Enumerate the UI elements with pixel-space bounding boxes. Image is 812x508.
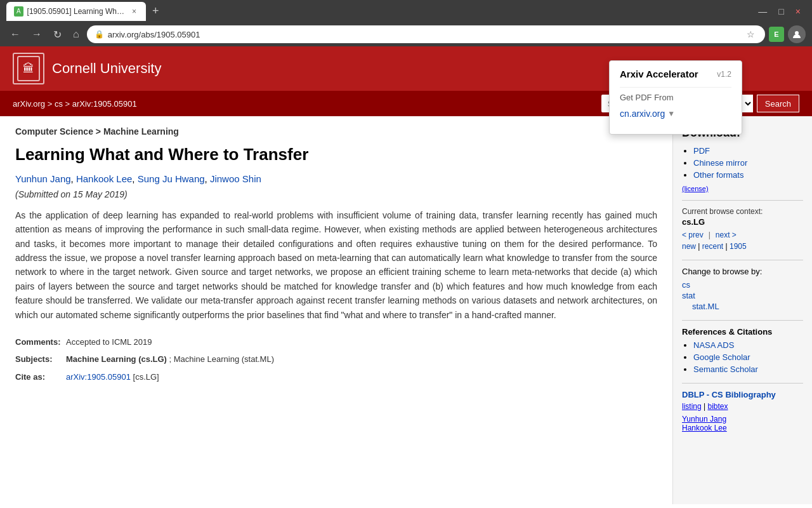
forward-button[interactable]: → bbox=[28, 26, 46, 43]
comments-label: Comments: bbox=[15, 335, 66, 349]
tab-favicon: A bbox=[14, 6, 23, 17]
browse-stat-link[interactable]: stat bbox=[682, 291, 803, 300]
close-button[interactable]: × bbox=[790, 4, 806, 19]
cornell-logo: 🏛 Cornell University bbox=[13, 53, 161, 84]
dblp-author-2[interactable]: Hankook Lee bbox=[682, 424, 727, 432]
refs-section: References & Citations NASA ADS Google S… bbox=[682, 320, 803, 374]
browse-prev-link[interactable]: < prev bbox=[682, 231, 704, 239]
paper-title: Learning What and Where to Transfer bbox=[15, 144, 657, 166]
browse-context-id: cs.LG bbox=[682, 217, 803, 227]
sidebar: Download: PDF Chinese mirror Other forma… bbox=[672, 116, 812, 504]
restore-button[interactable]: □ bbox=[773, 4, 789, 19]
lock-icon: 🔒 bbox=[95, 30, 104, 39]
extension-icon-green[interactable]: E bbox=[769, 27, 784, 42]
subjects-secondary: ; Machine Learning (stat.ML) bbox=[169, 354, 274, 364]
subjects-row: Subjects: Machine Learning (cs.LG) ; Mac… bbox=[15, 352, 657, 366]
refs-links: NASA ADS Google Scholar Semantic Scholar bbox=[682, 340, 803, 374]
submitted-date: (Submitted on 15 May 2019) bbox=[15, 189, 657, 199]
download-chinese-mirror: Chinese mirror bbox=[693, 158, 803, 168]
extension-icon-user[interactable] bbox=[788, 25, 806, 43]
back-button[interactable]: ← bbox=[6, 26, 24, 43]
browse-context-section: Current browse context: cs.LG < prev | n… bbox=[682, 200, 803, 251]
change-browse-links: cs stat stat.ML bbox=[682, 280, 803, 311]
active-tab[interactable]: A [1905.05901] Learning What a... × bbox=[6, 2, 146, 21]
comments-value: Accepted to ICML 2019 bbox=[66, 335, 152, 349]
browse-1905-link[interactable]: 1905 bbox=[730, 242, 747, 251]
cn-arxiv-text: cn.arxiv.org bbox=[620, 109, 665, 119]
dblp-author-1[interactable]: Yunhun Jang bbox=[682, 415, 726, 424]
pdf-link[interactable]: PDF bbox=[693, 146, 710, 156]
change-browse-section: Change to browse by: cs stat stat.ML bbox=[682, 260, 803, 311]
metadata: Comments: Accepted to ICML 2019 Subjects… bbox=[15, 335, 657, 384]
license-text: (license) bbox=[682, 185, 803, 192]
chinese-mirror-link[interactable]: Chinese mirror bbox=[693, 158, 747, 168]
author-4[interactable]: Jinwoo Shin bbox=[210, 173, 261, 184]
browse-links: new | recent | 1905 bbox=[682, 242, 803, 251]
cite-as-row: Cite as: arXiv:1905.05901 [cs.LG] bbox=[15, 370, 657, 384]
address-bar-row: ← → ↻ ⌂ 🔒 arxiv.org/abs/1905.05901 ☆ E bbox=[0, 22, 812, 46]
get-pdf-label: Get PDF From bbox=[620, 93, 731, 102]
subjects-value: Machine Learning (cs.LG) ; Machine Learn… bbox=[66, 352, 274, 366]
accelerator-popup: Arxiv Accelerator v1.2 Get PDF From cn.a… bbox=[609, 60, 742, 135]
browse-navigation: < prev | next > bbox=[682, 231, 803, 239]
accelerator-version: v1.2 bbox=[717, 70, 731, 79]
new-tab-button[interactable]: + bbox=[148, 3, 163, 19]
popup-divider-1 bbox=[620, 87, 731, 88]
author-2[interactable]: Hankook Lee bbox=[76, 173, 132, 184]
content-area: Computer Science > Machine Learning Lear… bbox=[0, 116, 812, 504]
download-pdf: PDF bbox=[693, 146, 803, 156]
cite-as-value: arXiv:1905.05901 [cs.LG] bbox=[66, 370, 159, 384]
breadcrumb-home[interactable]: arXiv.org bbox=[13, 99, 45, 109]
dblp-listing-link[interactable]: listing bbox=[682, 402, 702, 411]
category-breadcrumb: Computer Science > Machine Learning bbox=[15, 126, 657, 137]
window-controls: — □ × bbox=[753, 4, 806, 19]
browse-stat-ml-link[interactable]: stat.ML bbox=[682, 302, 803, 311]
main-content: Computer Science > Machine Learning Lear… bbox=[0, 116, 672, 504]
cornell-shield-icon: 🏛 bbox=[13, 53, 44, 84]
breadcrumb-cs[interactable]: cs bbox=[55, 99, 63, 109]
home-button[interactable]: ⌂ bbox=[69, 26, 83, 43]
google-scholar-link[interactable]: Google Scholar bbox=[693, 352, 750, 362]
dblp-authors: Yunhun Jang Hankook Lee bbox=[682, 415, 803, 432]
change-browse-title: Change to browse by: bbox=[682, 267, 803, 276]
reload-button[interactable]: ↻ bbox=[49, 26, 65, 43]
search-button[interactable]: Search bbox=[757, 95, 799, 112]
accelerator-title-text: Arxiv Accelerator bbox=[620, 69, 698, 79]
dropdown-arrow-icon: ▼ bbox=[667, 109, 675, 118]
refs-title: References & Citations bbox=[682, 327, 803, 337]
cn-arxiv-dropdown[interactable]: cn.arxiv.org ▼ bbox=[620, 107, 731, 120]
browse-cs-link[interactable]: cs bbox=[682, 280, 803, 290]
cornell-university-text: Cornell University bbox=[52, 60, 161, 78]
breadcrumb: arXiv.org > cs > arXiv:1905.05901 bbox=[13, 99, 601, 109]
comments-row: Comments: Accepted to ICML 2019 bbox=[15, 335, 657, 349]
bookmark-icon[interactable]: ☆ bbox=[744, 28, 757, 41]
download-links: PDF Chinese mirror Other formats bbox=[682, 146, 803, 180]
tab-close-button[interactable]: × bbox=[130, 6, 138, 17]
cite-as-rest: [cs.LG] bbox=[133, 372, 159, 382]
breadcrumb-paper: arXiv:1905.05901 bbox=[72, 99, 137, 109]
url-text: arxiv.org/abs/1905.05901 bbox=[108, 30, 740, 39]
authors-list: Yunhun Jang, Hankook Lee, Sung Ju Hwang,… bbox=[15, 173, 657, 184]
accelerator-get-pdf-section: Get PDF From cn.arxiv.org ▼ bbox=[620, 93, 731, 120]
browse-recent-link[interactable]: recent bbox=[702, 242, 723, 251]
minimize-button[interactable]: — bbox=[753, 4, 772, 19]
cite-as-link[interactable]: arXiv:1905.05901 bbox=[66, 372, 131, 382]
author-1[interactable]: Yunhun Jang bbox=[15, 173, 71, 184]
svg-text:🏛: 🏛 bbox=[23, 62, 34, 75]
nasa-ads-link[interactable]: NASA ADS bbox=[693, 340, 734, 350]
tab-title: [1905.05901] Learning What a... bbox=[27, 7, 126, 16]
author-3[interactable]: Sung Ju Hwang bbox=[138, 173, 205, 184]
dblp-title-link[interactable]: DBLP - CS Bibliography bbox=[682, 390, 776, 399]
address-bar[interactable]: 🔒 arxiv.org/abs/1905.05901 ☆ bbox=[87, 25, 765, 43]
other-formats-link[interactable]: Other formats bbox=[693, 170, 743, 180]
cite-as-label: Cite as: bbox=[15, 370, 66, 384]
subjects-primary: Machine Learning (cs.LG) bbox=[66, 354, 167, 364]
abstract-text: As the application of deep learning has … bbox=[15, 208, 657, 322]
semantic-scholar-link[interactable]: Semantic Scholar bbox=[693, 364, 758, 374]
dblp-title: DBLP - CS Bibliography bbox=[682, 390, 803, 399]
accelerator-header: Arxiv Accelerator v1.2 bbox=[620, 69, 731, 79]
dblp-bibtex-link[interactable]: bibtex bbox=[707, 402, 728, 411]
browse-new-link[interactable]: new bbox=[682, 242, 696, 251]
license-link[interactable]: (license) bbox=[682, 185, 709, 192]
browse-next-link[interactable]: next > bbox=[716, 231, 737, 239]
